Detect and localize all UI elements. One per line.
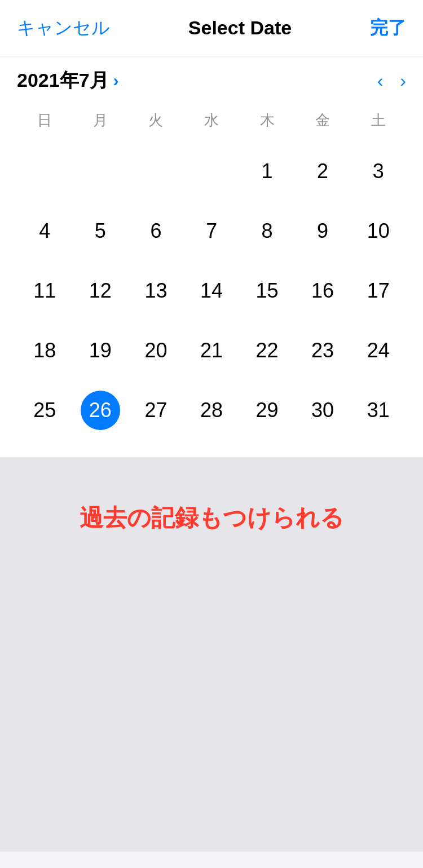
month-navigation: 2021年7月 › ‹ › (17, 68, 406, 94)
dow-cell: 土 (350, 105, 406, 136)
month-year-label: 2021年7月 (17, 68, 109, 94)
calendar-day-6[interactable]: 6 (128, 201, 184, 261)
calendar-day-23[interactable]: 23 (295, 321, 351, 380)
calendar-day-16[interactable]: 16 (295, 261, 351, 321)
calendar-day-18[interactable]: 18 (17, 321, 73, 380)
dow-cell: 火 (128, 105, 184, 136)
dow-cell: 水 (184, 105, 240, 136)
calendar-day-9[interactable]: 9 (295, 201, 351, 261)
bottom-section: 過去の記録もつけられる (0, 457, 423, 852)
calendar-day-10[interactable]: 10 (350, 201, 406, 261)
month-title-button[interactable]: 2021年7月 › (17, 68, 119, 94)
calendar-day-13[interactable]: 13 (128, 261, 184, 321)
calendar-day-25[interactable]: 25 (17, 380, 73, 440)
calendar-day-19[interactable]: 19 (73, 321, 129, 380)
calendar-day-28[interactable]: 28 (184, 380, 240, 440)
calendar-day-11[interactable]: 11 (17, 261, 73, 321)
calendar-day-30[interactable]: 30 (295, 380, 351, 440)
next-month-button[interactable]: › (400, 72, 406, 90)
calendar-day-17[interactable]: 17 (350, 261, 406, 321)
calendar-day-3[interactable]: 3 (350, 141, 406, 201)
calendar-day-31[interactable]: 31 (350, 380, 406, 440)
calendar-day-21[interactable]: 21 (184, 321, 240, 380)
days-of-week-row: 日月火水木金土 (17, 105, 406, 136)
dow-cell: 金 (295, 105, 351, 136)
calendar-area: 2021年7月 › ‹ › 日月火水木金土 123456789101112131… (0, 56, 423, 457)
calendar-grid: 1234567891011121314151617181920212223242… (17, 141, 406, 440)
dow-cell: 木 (239, 105, 295, 136)
calendar-day-27[interactable]: 27 (128, 380, 184, 440)
modal-container: キャンセル Select Date 完了 2021年7月 › ‹ › 日月火水木… (0, 0, 423, 852)
calendar-day-empty (17, 141, 73, 201)
done-button[interactable]: 完了 (370, 16, 406, 41)
month-expand-icon: › (113, 71, 119, 90)
bottom-message: 過去の記録もつけられる (80, 502, 344, 534)
calendar-day-8[interactable]: 8 (239, 201, 295, 261)
dow-cell: 月 (73, 105, 129, 136)
calendar-day-14[interactable]: 14 (184, 261, 240, 321)
calendar-day-20[interactable]: 20 (128, 321, 184, 380)
calendar-day-4[interactable]: 4 (17, 201, 73, 261)
calendar-day-26[interactable]: 26 (73, 380, 129, 440)
dialog-title: Select Date (188, 17, 292, 39)
calendar-day-1[interactable]: 1 (239, 141, 295, 201)
calendar-day-24[interactable]: 24 (350, 321, 406, 380)
cancel-button[interactable]: キャンセル (17, 16, 110, 41)
prev-month-button[interactable]: ‹ (377, 72, 384, 90)
calendar-day-2[interactable]: 2 (295, 141, 351, 201)
calendar-day-empty (184, 141, 240, 201)
calendar-day-empty (73, 141, 129, 201)
calendar-day-15[interactable]: 15 (239, 261, 295, 321)
calendar-day-12[interactable]: 12 (73, 261, 129, 321)
calendar-day-5[interactable]: 5 (73, 201, 129, 261)
month-arrows: ‹ › (377, 72, 406, 90)
calendar-day-empty (128, 141, 184, 201)
header: キャンセル Select Date 完了 (0, 0, 423, 56)
calendar-day-22[interactable]: 22 (239, 321, 295, 380)
calendar-day-7[interactable]: 7 (184, 201, 240, 261)
dow-cell: 日 (17, 105, 73, 136)
calendar-day-29[interactable]: 29 (239, 380, 295, 440)
